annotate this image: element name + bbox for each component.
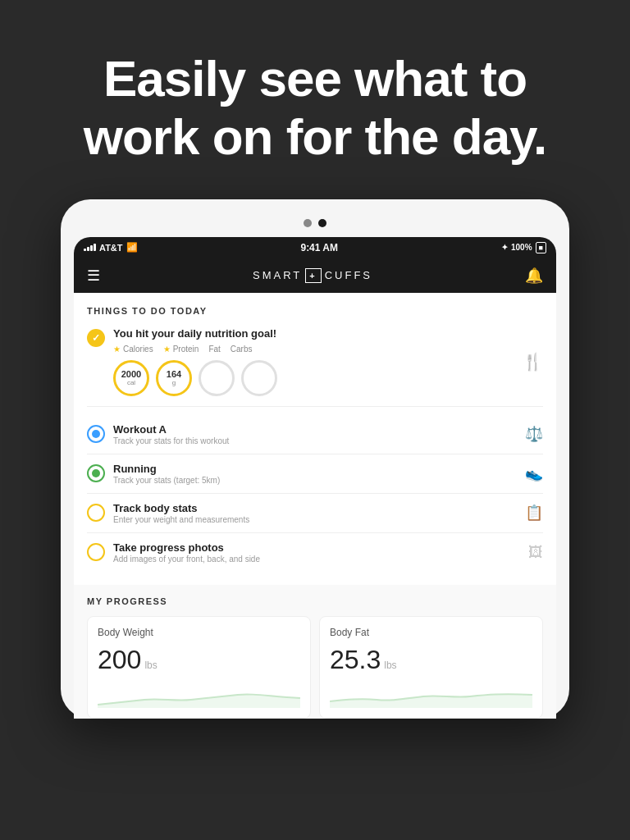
mini-chart-weight xyxy=(98,682,300,708)
task-circle-workout xyxy=(87,425,105,443)
status-right: ✦ 100% ■ xyxy=(501,242,546,253)
task-icon-photos: 🖼 xyxy=(528,544,543,561)
mini-chart-fat xyxy=(330,682,532,708)
label-protein: ★ Protein xyxy=(163,345,199,354)
label-carbs: Carbs xyxy=(231,345,253,354)
bar2 xyxy=(87,247,89,251)
carrier-text: AT&T xyxy=(99,243,123,253)
task-content-running: Running Track your stats (target: 5km) xyxy=(113,463,525,485)
circle-fat xyxy=(199,360,235,396)
task-row-body-stats[interactable]: Track body stats Enter your weight and m… xyxy=(87,494,543,533)
nutrition-check: ✓ xyxy=(87,329,105,347)
task-content-body-stats: Track body stats Enter your weight and m… xyxy=(113,502,525,524)
card-body-weight-title: Body Weight xyxy=(98,627,300,638)
circle-protein: 164 g xyxy=(156,360,192,396)
nutrition-card[interactable]: ✓ You hit your daily nutrition goal! ★ C… xyxy=(87,327,543,407)
task-content-photos: Take progress photos Add images of your … xyxy=(113,541,528,564)
task-dot-workout xyxy=(92,430,100,438)
task-row-running[interactable]: Running Track your stats (target: 5km) 👟 xyxy=(87,454,543,494)
task-circle-body-stats xyxy=(87,504,105,522)
pagination-dots xyxy=(74,219,556,227)
nutrition-circles: 2000 cal 164 g xyxy=(113,360,523,396)
bluetooth-icon: ✦ xyxy=(501,243,508,252)
progress-section: MY PROGRESS Body Weight 200 lbs xyxy=(74,585,556,719)
signal-bars xyxy=(84,244,96,251)
task-icon-workout: ⚖️ xyxy=(525,425,543,443)
task-circle-running xyxy=(87,464,105,482)
bell-icon[interactable]: 🔔 xyxy=(525,267,543,285)
task-dot-running xyxy=(92,469,100,477)
app-header: ☰ SMART + CUFFS 🔔 xyxy=(74,258,556,293)
app-screen: AT&T 📶 9:41 AM ✦ 100% ■ ☰ SMART + xyxy=(74,237,556,719)
card-body-fat-value: 25.3 lbs xyxy=(330,645,532,675)
card-body-weight-value: 200 lbs xyxy=(98,645,300,675)
bar1 xyxy=(84,249,86,251)
wifi-icon: 📶 xyxy=(126,242,138,253)
nutrition-labels: ★ Calories ★ Protein Fat xyxy=(113,345,523,354)
logo-bracket: + xyxy=(305,268,321,283)
progress-cards: Body Weight 200 lbs xyxy=(87,616,543,719)
card-body-weight[interactable]: Body Weight 200 lbs xyxy=(87,616,311,719)
dot-2[interactable] xyxy=(318,219,326,227)
nutrition-icon: 🍴 xyxy=(523,352,543,372)
logo-right: CUFFS xyxy=(325,269,372,281)
status-left: AT&T 📶 xyxy=(84,242,138,253)
headline-line2: work on for the day. xyxy=(84,108,546,165)
app-content: THINGS TO DO TODAY ✓ You hit your daily … xyxy=(74,293,556,585)
battery-text: 100% xyxy=(511,243,532,252)
headline-text: Easily see what to work on for the day. xyxy=(49,49,581,167)
label-fat: Fat xyxy=(208,345,220,354)
bar3 xyxy=(90,245,93,251)
headline-section: Easily see what to work on for the day. xyxy=(0,0,630,199)
hamburger-icon[interactable]: ☰ xyxy=(87,267,100,285)
task-row-workout[interactable]: Workout A Track your stats for this work… xyxy=(87,415,543,454)
headline-line1: Easily see what to xyxy=(103,50,527,107)
bar4 xyxy=(94,244,96,251)
section-title-today: THINGS TO DO TODAY xyxy=(87,306,543,316)
status-bar: AT&T 📶 9:41 AM ✦ 100% ■ xyxy=(74,237,556,258)
task-circle-photos xyxy=(87,543,105,561)
nutrition-title: You hit your daily nutrition goal! xyxy=(113,327,523,340)
star-calories: ★ xyxy=(113,345,121,354)
phone-frame: AT&T 📶 9:41 AM ✦ 100% ■ ☰ SMART + xyxy=(61,199,569,719)
section-title-progress: MY PROGRESS xyxy=(87,596,543,606)
task-row-photos[interactable]: Take progress photos Add images of your … xyxy=(87,533,543,572)
battery-icon: ■ xyxy=(536,242,546,253)
card-body-fat[interactable]: Body Fat 25.3 lbs xyxy=(319,616,543,719)
task-icon-running: 👟 xyxy=(525,464,543,482)
label-calories: ★ Calories xyxy=(113,345,153,354)
page-background: Easily see what to work on for the day. xyxy=(0,0,630,719)
card-body-fat-title: Body Fat xyxy=(330,627,532,638)
circle-carbs xyxy=(241,360,277,396)
nutrition-content: You hit your daily nutrition goal! ★ Cal… xyxy=(113,327,523,396)
task-content-workout: Workout A Track your stats for this work… xyxy=(113,423,525,445)
app-logo: SMART + CUFFS xyxy=(253,268,372,283)
star-protein: ★ xyxy=(163,345,171,354)
logo-left: SMART xyxy=(253,269,302,281)
phone-wrapper: AT&T 📶 9:41 AM ✦ 100% ■ ☰ SMART + xyxy=(0,199,630,719)
circle-calories: 2000 cal xyxy=(113,360,149,396)
dot-1[interactable] xyxy=(304,219,312,227)
status-time: 9:41 AM xyxy=(300,242,338,253)
task-icon-body-stats: 📋 xyxy=(525,504,543,522)
